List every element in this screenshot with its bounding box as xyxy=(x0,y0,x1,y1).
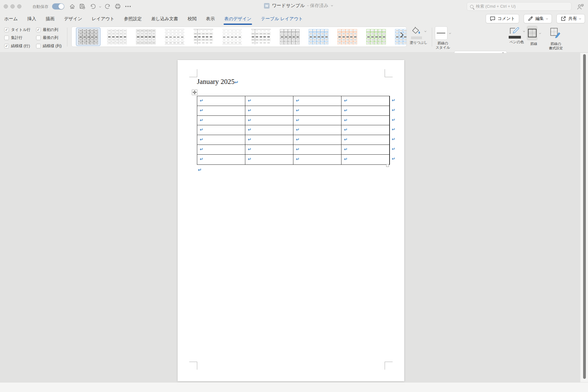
style-option-集計行[interactable]: 集計行 xyxy=(4,35,31,41)
table-row[interactable]: ↵↵↵↵↵ xyxy=(197,116,390,126)
share-button[interactable]: 共有 xyxy=(556,14,585,23)
undo-menu-chevron[interactable] xyxy=(96,3,104,10)
tab-参照設定[interactable]: 参照設定 xyxy=(123,15,142,23)
style-option-縞模様 (列)[interactable]: 縞模様 (列) xyxy=(36,43,62,49)
table-row[interactable]: ↵↵↵↵↵ xyxy=(197,106,390,116)
vertical-scrollbar-thumb[interactable] xyxy=(583,54,586,379)
document-heading[interactable]: January 2025↵ xyxy=(197,78,239,86)
table-cell[interactable]: ↵ xyxy=(245,125,293,135)
style-option-縞模様 (行)[interactable]: ✓縞模様 (行) xyxy=(4,43,31,49)
search-input[interactable]: 検索 (Cmd + Ctrl + U) xyxy=(467,2,571,11)
table-row[interactable]: ↵↵↵↵↵ xyxy=(197,125,390,135)
checkbox-checked[interactable]: ✓ xyxy=(4,28,9,32)
chevron-down-icon[interactable] xyxy=(424,30,427,32)
table-row[interactable]: ↵↵↵↵↵ xyxy=(197,96,390,106)
table-cell[interactable]: ↵ xyxy=(341,106,390,115)
edit-mode-button[interactable]: 編集 xyxy=(524,14,552,23)
chevron-down-icon[interactable] xyxy=(449,32,451,34)
tab-校閲[interactable]: 校閲 xyxy=(187,15,197,23)
table-cell[interactable]: ↵ xyxy=(293,116,341,125)
border-style-button[interactable] xyxy=(435,26,447,40)
table-cell[interactable]: ↵ xyxy=(245,135,293,145)
table-style-grid-table-gray[interactable] xyxy=(277,28,302,46)
style-option-タイトル行[interactable]: ✓タイトル行 xyxy=(4,27,31,33)
table-move-handle[interactable] xyxy=(192,89,198,95)
tab-テーブル レイアウト[interactable]: テーブル レイアウト xyxy=(260,15,303,23)
pen-color-button[interactable] xyxy=(509,26,521,39)
checkbox-unchecked[interactable] xyxy=(36,36,41,40)
style-option-最初の列[interactable]: ✓最初の列 xyxy=(36,27,62,33)
table-cell[interactable]: ↵ xyxy=(341,125,390,135)
more-commands-button[interactable] xyxy=(124,3,132,10)
table-style-table-grid[interactable] xyxy=(76,28,100,46)
table-cell[interactable]: ↵ xyxy=(245,116,293,125)
table-cell[interactable]: ↵ xyxy=(245,96,293,106)
table-cell[interactable]: ↵ xyxy=(197,116,245,125)
table-cell[interactable]: ↵ xyxy=(293,125,341,135)
document-table[interactable]: ↵↵↵↵↵↵↵↵↵↵↵↵↵↵↵↵↵↵↵↵↵↵↵↵↵↵↵↵↵↵↵↵↵↵↵ xyxy=(197,96,390,165)
table-style-grid-table-orange[interactable] xyxy=(335,28,360,46)
tab-差し込み文書[interactable]: 差し込み文書 xyxy=(151,15,179,23)
table-cell[interactable]: ↵ xyxy=(293,106,341,115)
close-window-button[interactable] xyxy=(4,4,8,9)
checkbox-checked[interactable]: ✓ xyxy=(36,28,41,32)
checkbox-checked[interactable]: ✓ xyxy=(4,44,9,48)
table-cell[interactable]: ↵ xyxy=(293,145,341,154)
table-style-plain-table-1[interactable] xyxy=(105,28,129,46)
tab-挿入[interactable]: 挿入 xyxy=(27,15,37,23)
home-button[interactable] xyxy=(69,3,76,10)
style-option-最後の列[interactable]: 最後の列 xyxy=(36,35,62,41)
table-style-plain-table-6[interactable] xyxy=(249,28,273,46)
table-cell[interactable]: ↵ xyxy=(341,135,390,145)
table-cell[interactable]: ↵ xyxy=(341,96,390,106)
undo-button[interactable] xyxy=(89,3,96,10)
table-cell[interactable]: ↵ xyxy=(245,106,293,115)
table-style-plain-table-3[interactable] xyxy=(162,28,187,46)
table-style-grid-table-blue-2[interactable] xyxy=(393,28,407,46)
document-page[interactable]: January 2025↵ ↵↵↵↵↵↵↵↵↵↵↵↵↵↵↵↵↵↵↵↵↵↵↵↵↵↵… xyxy=(178,60,404,381)
checkbox-unchecked[interactable] xyxy=(36,44,41,48)
document-title[interactable]: W ワードサンプル - 保存済み xyxy=(264,3,333,9)
table-style-grid-table-blue[interactable] xyxy=(306,28,331,46)
tab-表のデザイン[interactable]: 表のデザイン xyxy=(224,15,252,23)
autosave-toggle[interactable] xyxy=(52,3,64,9)
share-feedback-button[interactable] xyxy=(576,3,585,10)
table-cell[interactable]: ↵ xyxy=(197,135,245,145)
table-style-plain-table-5[interactable] xyxy=(220,28,244,46)
tab-デザイン[interactable]: デザイン xyxy=(63,15,83,23)
table-cell[interactable]: ↵ xyxy=(341,155,390,164)
table-cell[interactable]: ↵ xyxy=(293,96,341,106)
checkbox-unchecked[interactable] xyxy=(4,36,9,40)
table-row[interactable]: ↵↵↵↵↵ xyxy=(197,135,390,145)
table-cell[interactable]: ↵ xyxy=(197,155,245,164)
tab-描画[interactable]: 描画 xyxy=(45,15,55,23)
border-painter-button[interactable] xyxy=(548,26,563,40)
table-resize-handle[interactable] xyxy=(386,164,389,167)
table-row[interactable]: ↵↵↵↵↵ xyxy=(197,145,390,155)
table-cell[interactable]: ↵ xyxy=(197,106,245,115)
table-cell[interactable]: ↵ xyxy=(245,155,293,164)
shading-button[interactable] xyxy=(411,26,422,39)
tab-表示[interactable]: 表示 xyxy=(205,15,215,23)
tab-レイアウト[interactable]: レイアウト xyxy=(91,15,115,23)
borders-button[interactable] xyxy=(527,26,537,40)
table-row[interactable]: ↵↵↵↵↵ xyxy=(197,155,390,164)
table-cell[interactable]: ↵ xyxy=(197,96,245,106)
comments-button[interactable]: コメント xyxy=(486,14,519,23)
table-cell[interactable]: ↵ xyxy=(341,145,390,154)
table-cell[interactable]: ↵ xyxy=(293,155,341,164)
table-style-plain-table-4[interactable] xyxy=(191,28,216,46)
minimize-window-button[interactable] xyxy=(10,4,15,9)
table-style-plain-table-2[interactable] xyxy=(134,28,158,46)
table-cell[interactable]: ↵ xyxy=(197,145,245,154)
print-button[interactable] xyxy=(114,3,121,10)
table-cell[interactable]: ↵ xyxy=(293,135,341,145)
chevron-down-icon[interactable] xyxy=(539,32,541,34)
chevron-down-icon[interactable] xyxy=(523,30,525,32)
zoom-window-button[interactable] xyxy=(17,4,21,9)
vertical-scrollbar-track[interactable] xyxy=(580,53,588,382)
redo-button[interactable] xyxy=(104,3,111,10)
table-cell[interactable]: ↵ xyxy=(197,125,245,135)
table-style-grid-table-green[interactable] xyxy=(364,28,388,46)
save-button[interactable] xyxy=(78,3,86,10)
